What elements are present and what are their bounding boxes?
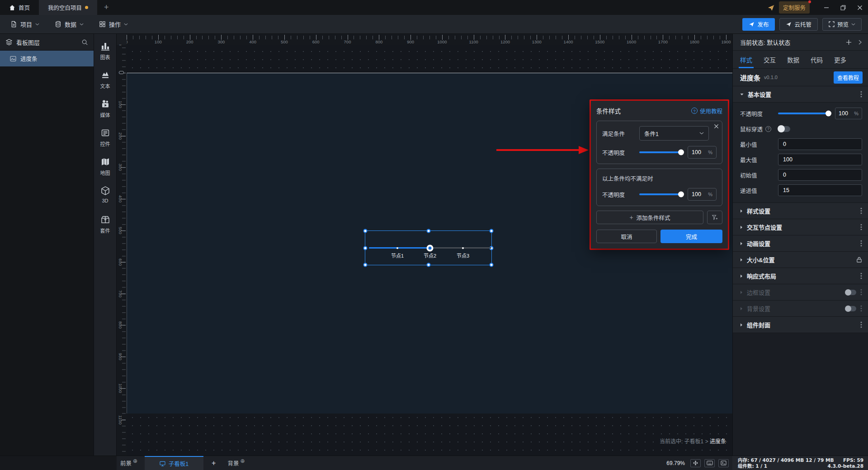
layer-panel: 看板图层 进度条 xyxy=(0,34,94,456)
layers-icon xyxy=(5,38,13,46)
section-animation-settings[interactable]: 动画设置 xyxy=(733,235,868,252)
fallback-opacity-slider[interactable] xyxy=(639,193,683,195)
close-button[interactable] xyxy=(851,0,868,15)
slider-thumb[interactable] xyxy=(826,111,831,117)
menubar: 项目数据操作 发布 云托管 预览 xyxy=(0,15,868,34)
sub-board-tab[interactable]: 子看板1 xyxy=(145,456,203,470)
project-tab[interactable]: 我的空白项目 xyxy=(39,0,97,15)
tab-more[interactable]: 更多 xyxy=(834,51,846,68)
basic-settings-body: 不透明度100%鼠标穿透 ?最小值0最大值100初始值0递进值15 xyxy=(733,103,868,203)
selection-handle[interactable] xyxy=(490,229,494,233)
ruler-label: 700 xyxy=(118,290,123,297)
tab-data[interactable]: 数据 xyxy=(787,51,799,68)
border-settings-toggle[interactable] xyxy=(845,290,856,295)
min-value-input[interactable]: 0 xyxy=(778,138,862,150)
opacity-value-field[interactable]: 100 % xyxy=(688,146,717,159)
menu-item-project[interactable]: 项目 xyxy=(3,15,47,33)
restore-button[interactable] xyxy=(835,0,851,15)
step-value-input[interactable]: 15 xyxy=(778,184,862,196)
tab-interaction[interactable]: 交互 xyxy=(764,51,776,68)
new-tab-button[interactable]: + xyxy=(97,0,116,15)
selection-handle[interactable] xyxy=(426,263,430,267)
kebab-icon[interactable] xyxy=(860,305,862,312)
section-style-settings[interactable]: 样式设置 xyxy=(733,203,868,219)
minimize-button[interactable] xyxy=(818,0,835,15)
kebab-icon[interactable] xyxy=(860,207,862,214)
tool-media[interactable]: 媒体 xyxy=(94,99,116,128)
section-size-position[interactable]: 大小&位置 xyxy=(733,252,868,268)
section-responsive-layout[interactable]: 响应式布局 xyxy=(733,268,868,284)
add-state-icon[interactable] xyxy=(846,39,852,45)
tool-kits[interactable]: 套件 xyxy=(94,215,116,244)
close-icon[interactable] xyxy=(714,124,719,129)
opacity-value-field[interactable]: 100% xyxy=(835,108,862,119)
background-tab[interactable]: 背景 ⊕ xyxy=(224,456,248,470)
right-panel-tabs: 样式交互数据代码更多 xyxy=(733,51,868,69)
kebab-icon[interactable] xyxy=(860,224,862,230)
mouse-through-toggle[interactable] xyxy=(778,126,790,132)
home-tab[interactable]: 首页 xyxy=(0,0,39,15)
tool-text[interactable]: 文本 xyxy=(94,70,116,99)
search-icon[interactable] xyxy=(81,39,88,46)
keyboard-icon[interactable] xyxy=(704,459,715,467)
selection-handle[interactable] xyxy=(426,229,430,233)
kebab-icon[interactable] xyxy=(860,240,862,247)
custom-service-badge[interactable]: 定制服务 xyxy=(779,1,810,14)
chevron-right-icon[interactable] xyxy=(859,40,862,45)
view-tutorial-button[interactable]: 查看教程 xyxy=(834,71,863,84)
background-settings-toggle[interactable] xyxy=(845,306,856,311)
kebab-icon[interactable] xyxy=(860,289,862,296)
tool-3d[interactable]: 3D xyxy=(94,186,116,215)
selected-component[interactable]: 节点1 节点2 节点3 xyxy=(365,230,492,265)
slider-thumb[interactable] xyxy=(678,192,684,197)
opacity-slider[interactable] xyxy=(639,151,683,153)
tool-charts[interactable]: 图表 xyxy=(94,41,116,70)
cancel-button[interactable]: 取消 xyxy=(596,230,657,243)
add-condition-style-button[interactable]: + 添加条件样式 xyxy=(596,211,703,224)
section-component-cover[interactable]: 组件封面 xyxy=(733,317,868,333)
layer-item-progress-bar[interactable]: 进度条 xyxy=(0,51,94,66)
add-circle-icon[interactable]: ⊕ xyxy=(240,458,245,464)
initial-value-input[interactable]: 0 xyxy=(778,169,862,181)
cloud-host-button[interactable]: 云托管 xyxy=(779,18,818,31)
section-interaction-node-settings[interactable]: 交互节点设置 xyxy=(733,219,868,235)
fit-screen-icon[interactable] xyxy=(690,459,701,467)
selection-handle[interactable] xyxy=(363,246,368,250)
zoom-level[interactable]: 69.79% xyxy=(666,460,685,466)
lock-icon[interactable] xyxy=(856,256,862,263)
selection-handle[interactable] xyxy=(363,263,368,267)
opacity-slider[interactable] xyxy=(778,113,830,114)
map-icon xyxy=(100,157,110,167)
tool-map[interactable]: 地图 xyxy=(94,157,116,186)
preview-button[interactable]: 预览 xyxy=(822,18,862,31)
tool-widgets[interactable]: 控件 xyxy=(94,128,116,157)
add-circle-icon[interactable]: ⊕ xyxy=(133,458,137,464)
slider-thumb[interactable] xyxy=(678,150,684,155)
foreground-tab[interactable]: 前景 ⊕ xyxy=(117,456,141,470)
tutorial-link[interactable]: ? 使用教程 xyxy=(691,107,722,115)
terminal-icon[interactable] xyxy=(718,459,729,467)
selection-handle[interactable] xyxy=(490,263,494,267)
condition-style-dialog: 条件样式 ? 使用教程 满足条件 条件1 xyxy=(591,101,728,249)
filter-add-button[interactable] xyxy=(707,211,722,224)
kebab-icon[interactable] xyxy=(860,273,862,279)
section-background-settings[interactable]: 背景设置 xyxy=(733,301,868,317)
kebab-icon[interactable] xyxy=(860,321,862,328)
canvas[interactable]: 0100200300400500600700800900100011001200… xyxy=(117,34,732,456)
section-basic-settings[interactable]: 基本设置 xyxy=(733,86,868,103)
condition-select[interactable]: 条件1 xyxy=(639,126,709,141)
menu-item-operations[interactable]: 操作 xyxy=(91,15,136,33)
selection-handle[interactable] xyxy=(363,229,368,233)
publish-button[interactable]: 发布 xyxy=(742,18,775,31)
menu-item-data[interactable]: 数据 xyxy=(47,15,91,33)
section-border-settings[interactable]: 边框设置 xyxy=(733,284,868,301)
max-value-input[interactable]: 100 xyxy=(778,154,862,165)
add-board-button[interactable]: + xyxy=(203,456,224,470)
paper-plane-icon[interactable] xyxy=(767,3,775,12)
fallback-opacity-value-field[interactable]: 100 % xyxy=(688,188,717,201)
tab-style[interactable]: 样式 xyxy=(740,51,752,68)
tab-code[interactable]: 代码 xyxy=(811,51,823,68)
opacity-label: 不透明度 xyxy=(602,190,639,199)
kebab-icon[interactable] xyxy=(860,91,862,98)
done-button[interactable]: 完成 xyxy=(660,230,722,243)
